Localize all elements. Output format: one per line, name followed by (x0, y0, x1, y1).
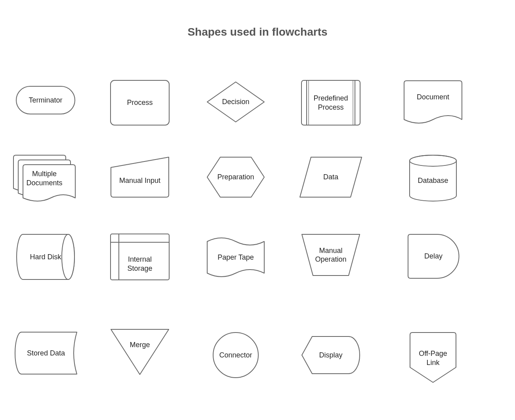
svg-rect-2 (301, 80, 360, 125)
shape-data: Data (299, 156, 362, 198)
shape-off-page-link: Off-PageLink (409, 332, 457, 383)
shape-manual-operation: ManualOperation (301, 234, 360, 276)
shape-delay: Delay (407, 234, 460, 279)
shape-decision: Decision (206, 81, 265, 123)
shape-internal-storage: InternalStorage (110, 234, 170, 280)
shape-manual-input: Manual Input (110, 156, 170, 198)
shape-process: Process (110, 80, 170, 125)
svg-point-13 (213, 333, 258, 378)
shape-document: Document (403, 80, 463, 125)
shape-merge: Merge (110, 329, 170, 375)
shape-multiple-documents: MultipleDocuments (13, 154, 76, 202)
shape-paper-tape: Paper Tape (206, 234, 265, 281)
shape-hard-disk: Hard Disk (16, 234, 75, 280)
svg-point-9 (62, 234, 74, 279)
svg-rect-0 (16, 86, 75, 114)
shape-display: Display (301, 336, 360, 374)
shape-stored-data: Stored Data (14, 331, 78, 375)
page-title: Shapes used in flowcharts (0, 26, 515, 38)
shape-database: Database (409, 154, 457, 202)
shape-terminator: Terminator (16, 86, 75, 114)
svg-rect-1 (111, 80, 169, 125)
svg-rect-10 (111, 234, 169, 280)
shape-connector: Connector (212, 332, 259, 378)
shape-preparation: Preparation (206, 156, 265, 198)
shape-predefined-process: PredefinedProcess (301, 80, 360, 125)
